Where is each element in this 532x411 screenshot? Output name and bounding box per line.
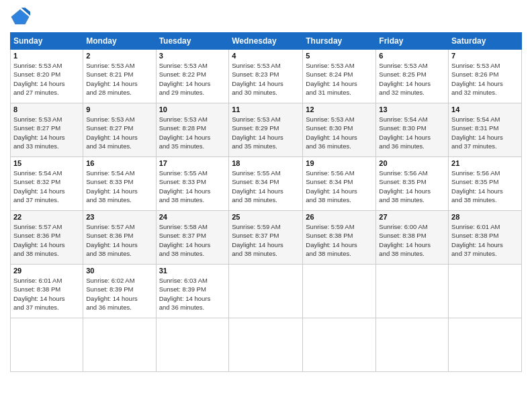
calendar-cell: 24 Sunrise: 5:58 AM Sunset: 8:37 PM Dayl… <box>156 211 229 265</box>
day-detail: Sunrise: 5:54 AM Sunset: 8:30 PM Dayligh… <box>379 115 445 150</box>
col-tuesday: Tuesday <box>156 33 229 50</box>
day-number: 18 <box>232 159 300 167</box>
calendar-cell: 27 Sunrise: 6:00 AM Sunset: 8:38 PM Dayl… <box>376 211 449 265</box>
calendar-cell: 18 Sunrise: 5:55 AM Sunset: 8:34 PM Dayl… <box>229 157 303 211</box>
day-detail: Sunrise: 5:54 AM Sunset: 8:33 PM Dayligh… <box>86 169 152 204</box>
day-detail: Sunrise: 5:53 AM Sunset: 8:20 PM Dayligh… <box>13 61 80 97</box>
col-wednesday: Wednesday <box>229 33 303 50</box>
calendar-body: 1 Sunrise: 5:53 AM Sunset: 8:20 PM Dayli… <box>11 50 522 372</box>
day-detail: Sunrise: 5:59 AM Sunset: 8:38 PM Dayligh… <box>306 222 373 258</box>
calendar-cell: 8 Sunrise: 5:53 AM Sunset: 8:27 PM Dayli… <box>11 103 83 157</box>
day-number: 12 <box>306 105 373 113</box>
day-number: 7 <box>451 52 519 60</box>
calendar-cell: 6 Sunrise: 5:53 AM Sunset: 8:25 PM Dayli… <box>376 50 449 103</box>
calendar-cell: 23 Sunrise: 5:57 AM Sunset: 8:36 PM Dayl… <box>83 211 156 265</box>
col-friday: Friday <box>376 33 449 50</box>
day-number: 28 <box>451 213 519 221</box>
calendar-cell: 4 Sunrise: 5:53 AM Sunset: 8:23 PM Dayli… <box>229 50 303 103</box>
calendar-cell: 25 Sunrise: 5:59 AM Sunset: 8:37 PM Dayl… <box>229 211 303 265</box>
day-detail: Sunrise: 5:58 AM Sunset: 8:37 PM Dayligh… <box>159 222 226 258</box>
day-detail: Sunrise: 5:57 AM Sunset: 8:36 PM Dayligh… <box>13 222 80 258</box>
calendar-cell: 3 Sunrise: 5:53 AM Sunset: 8:22 PM Dayli… <box>156 50 229 103</box>
day-number: 13 <box>379 105 445 113</box>
day-detail: Sunrise: 5:53 AM Sunset: 8:30 PM Dayligh… <box>306 115 373 150</box>
day-number: 25 <box>232 213 300 221</box>
calendar-cell <box>449 318 522 372</box>
calendar-cell: 13 Sunrise: 5:54 AM Sunset: 8:30 PM Dayl… <box>376 103 449 157</box>
day-number: 14 <box>451 105 519 113</box>
calendar-cell: 15 Sunrise: 5:54 AM Sunset: 8:32 PM Dayl… <box>11 157 83 211</box>
logo <box>10 7 33 27</box>
calendar-cell: 9 Sunrise: 5:53 AM Sunset: 8:27 PM Dayli… <box>83 103 156 157</box>
day-detail: Sunrise: 6:00 AM Sunset: 8:38 PM Dayligh… <box>379 222 445 258</box>
calendar-cell <box>156 318 229 372</box>
day-number: 16 <box>86 159 152 167</box>
day-number: 27 <box>379 213 445 221</box>
day-detail: Sunrise: 5:53 AM Sunset: 8:28 PM Dayligh… <box>159 115 226 150</box>
day-detail: Sunrise: 5:53 AM Sunset: 8:27 PM Dayligh… <box>13 115 80 150</box>
day-detail: Sunrise: 6:01 AM Sunset: 8:38 PM Dayligh… <box>13 276 80 312</box>
day-detail: Sunrise: 5:53 AM Sunset: 8:22 PM Dayligh… <box>159 61 226 97</box>
day-detail: Sunrise: 5:55 AM Sunset: 8:33 PM Dayligh… <box>159 169 226 204</box>
header <box>10 7 522 27</box>
day-detail: Sunrise: 5:53 AM Sunset: 8:21 PM Dayligh… <box>86 61 152 97</box>
day-detail: Sunrise: 6:02 AM Sunset: 8:39 PM Dayligh… <box>86 276 152 312</box>
calendar-cell: 14 Sunrise: 5:54 AM Sunset: 8:31 PM Dayl… <box>449 103 522 157</box>
day-number: 21 <box>451 159 519 167</box>
calendar-cell <box>376 265 449 318</box>
col-thursday: Thursday <box>303 33 376 50</box>
page: Sunday Monday Tuesday Wednesday Thursday… <box>0 0 532 411</box>
calendar-cell <box>303 265 376 318</box>
calendar-cell: 29 Sunrise: 6:01 AM Sunset: 8:38 PM Dayl… <box>11 265 83 318</box>
day-number: 11 <box>232 105 300 113</box>
day-number: 20 <box>379 159 445 167</box>
calendar-week-row: 8 Sunrise: 5:53 AM Sunset: 8:27 PM Dayli… <box>11 103 522 157</box>
calendar-week-row: 29 Sunrise: 6:01 AM Sunset: 8:38 PM Dayl… <box>11 265 522 318</box>
day-number: 1 <box>13 52 80 60</box>
col-sunday: Sunday <box>11 33 83 50</box>
day-detail: Sunrise: 5:55 AM Sunset: 8:34 PM Dayligh… <box>232 169 300 204</box>
col-saturday: Saturday <box>449 33 522 50</box>
day-number: 22 <box>13 213 80 221</box>
calendar-cell: 28 Sunrise: 6:01 AM Sunset: 8:38 PM Dayl… <box>449 211 522 265</box>
day-number: 31 <box>159 267 226 275</box>
calendar-cell <box>376 318 449 372</box>
day-number: 4 <box>232 52 300 60</box>
calendar-cell: 11 Sunrise: 5:53 AM Sunset: 8:29 PM Dayl… <box>229 103 303 157</box>
day-number: 2 <box>86 52 152 60</box>
day-detail: Sunrise: 5:59 AM Sunset: 8:37 PM Dayligh… <box>232 222 300 258</box>
day-number: 8 <box>13 105 80 113</box>
calendar-week-row: 1 Sunrise: 5:53 AM Sunset: 8:20 PM Dayli… <box>11 50 522 103</box>
calendar-week-row <box>11 318 522 372</box>
calendar-cell: 1 Sunrise: 5:53 AM Sunset: 8:20 PM Dayli… <box>11 50 83 103</box>
day-number: 17 <box>159 159 226 167</box>
calendar-table: Sunday Monday Tuesday Wednesday Thursday… <box>10 32 522 372</box>
calendar-cell: 5 Sunrise: 5:53 AM Sunset: 8:24 PM Dayli… <box>303 50 376 103</box>
calendar-cell: 7 Sunrise: 5:53 AM Sunset: 8:26 PM Dayli… <box>449 50 522 103</box>
day-detail: Sunrise: 5:54 AM Sunset: 8:32 PM Dayligh… <box>13 169 80 204</box>
day-detail: Sunrise: 5:56 AM Sunset: 8:35 PM Dayligh… <box>379 169 445 204</box>
calendar-cell: 20 Sunrise: 5:56 AM Sunset: 8:35 PM Dayl… <box>376 157 449 211</box>
day-detail: Sunrise: 5:53 AM Sunset: 8:23 PM Dayligh… <box>232 61 300 97</box>
calendar-header-row: Sunday Monday Tuesday Wednesday Thursday… <box>11 33 522 50</box>
calendar-cell <box>11 318 83 372</box>
day-detail: Sunrise: 5:56 AM Sunset: 8:35 PM Dayligh… <box>451 169 519 204</box>
day-number: 6 <box>379 52 445 60</box>
day-number: 3 <box>159 52 226 60</box>
calendar-week-row: 22 Sunrise: 5:57 AM Sunset: 8:36 PM Dayl… <box>11 211 522 265</box>
day-detail: Sunrise: 5:57 AM Sunset: 8:36 PM Dayligh… <box>86 222 152 258</box>
day-detail: Sunrise: 5:53 AM Sunset: 8:24 PM Dayligh… <box>306 61 373 97</box>
day-detail: Sunrise: 5:53 AM Sunset: 8:27 PM Dayligh… <box>86 115 152 150</box>
day-detail: Sunrise: 6:01 AM Sunset: 8:38 PM Dayligh… <box>451 222 519 258</box>
day-number: 24 <box>159 213 226 221</box>
calendar-cell <box>229 318 303 372</box>
logo-icon <box>10 7 30 27</box>
day-number: 26 <box>306 213 373 221</box>
calendar-week-row: 15 Sunrise: 5:54 AM Sunset: 8:32 PM Dayl… <box>11 157 522 211</box>
calendar-cell: 26 Sunrise: 5:59 AM Sunset: 8:38 PM Dayl… <box>303 211 376 265</box>
day-number: 9 <box>86 105 152 113</box>
calendar-cell <box>229 265 303 318</box>
day-detail: Sunrise: 5:56 AM Sunset: 8:34 PM Dayligh… <box>306 169 373 204</box>
calendar-cell: 22 Sunrise: 5:57 AM Sunset: 8:36 PM Dayl… <box>11 211 83 265</box>
calendar-cell <box>303 318 376 372</box>
